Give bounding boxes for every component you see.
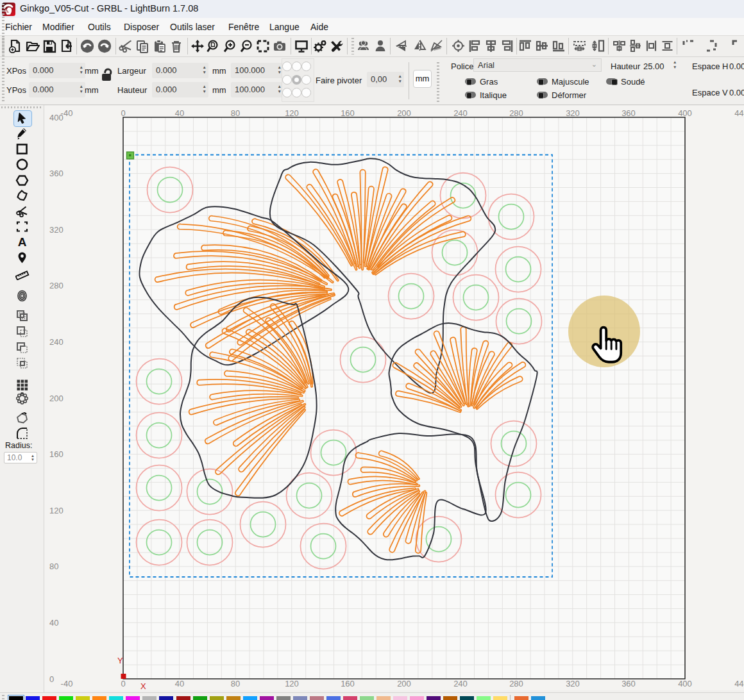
svg-text:160: 160	[49, 449, 63, 459]
svg-text:320: 320	[566, 679, 580, 688]
svg-text:40: 40	[49, 618, 58, 628]
svg-text:400: 400	[678, 679, 692, 688]
svg-text:0: 0	[49, 674, 54, 684]
svg-text:280: 280	[509, 679, 523, 688]
svg-text:200: 200	[397, 679, 411, 688]
svg-text:X: X	[140, 681, 146, 691]
svg-text:280: 280	[509, 108, 523, 118]
svg-text:0: 0	[121, 679, 125, 688]
svg-text:80: 80	[231, 679, 240, 688]
svg-text:80: 80	[231, 108, 240, 118]
svg-text:360: 360	[621, 108, 636, 118]
svg-text:0: 0	[121, 108, 125, 118]
svg-text:120: 120	[285, 679, 299, 688]
svg-text:280: 280	[49, 281, 63, 290]
svg-text:-40: -40	[61, 679, 73, 688]
svg-text:400: 400	[49, 113, 63, 122]
svg-text:440: 440	[734, 679, 744, 688]
svg-text:120: 120	[285, 108, 299, 118]
svg-text:160: 160	[341, 679, 355, 688]
svg-text:240: 240	[49, 337, 63, 347]
svg-text:200: 200	[397, 108, 411, 118]
svg-text:320: 320	[49, 225, 63, 235]
svg-text:320: 320	[566, 108, 580, 118]
svg-text:400: 400	[678, 108, 692, 118]
svg-text:160: 160	[341, 108, 355, 118]
svg-text:360: 360	[621, 679, 636, 688]
svg-text:80: 80	[49, 562, 58, 571]
svg-text:240: 240	[453, 679, 468, 688]
svg-text:360: 360	[49, 169, 63, 178]
svg-text:40: 40	[175, 679, 184, 688]
svg-text:440: 440	[734, 108, 744, 118]
svg-text:Y: Y	[117, 656, 123, 665]
svg-text:A: A	[18, 235, 27, 249]
svg-text:120: 120	[49, 506, 63, 515]
svg-text:240: 240	[453, 108, 468, 118]
svg-text:40: 40	[175, 108, 184, 118]
svg-text:200: 200	[49, 394, 63, 403]
